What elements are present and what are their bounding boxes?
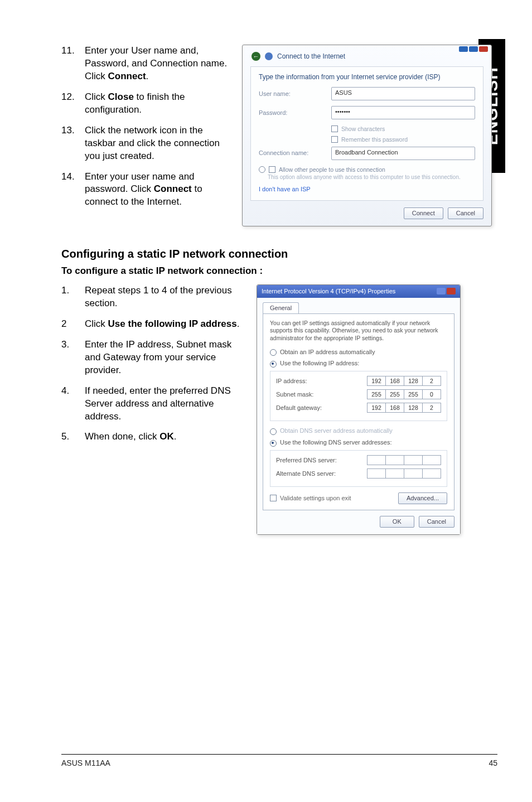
steps-static: 1.Repeat steps 1 to 4 of the previous se…: [61, 284, 245, 443]
dialog-description: You can get IP settings assigned automat…: [270, 320, 447, 342]
alternate-dns-input[interactable]: [367, 468, 441, 479]
dns-group: Preferred DNS server: Alternate DNS serv…: [270, 450, 447, 487]
step-item: 12.Click Close to finish the configurati…: [61, 91, 229, 117]
allow-others-description: This option allows anyone with access to…: [268, 173, 475, 181]
connect-button[interactable]: Connect: [404, 207, 443, 219]
show-characters-label: Show characters: [341, 125, 385, 133]
ip-segment[interactable]: 192: [367, 403, 385, 413]
ok-button[interactable]: OK: [380, 516, 414, 528]
step-item: 14.Enter your user name and password. Cl…: [61, 171, 229, 209]
user-name-label: User name:: [259, 90, 326, 98]
tab-general[interactable]: General: [263, 302, 299, 313]
close-icon[interactable]: [447, 288, 456, 294]
connection-name-input[interactable]: Broadband Connection: [331, 147, 475, 160]
step-text: Enter your User name and, Password, and …: [85, 45, 229, 83]
ip-segment[interactable]: [422, 468, 441, 479]
footer-page-number: 45: [489, 758, 497, 769]
step-item: 3.Enter the IP address, Subnet mask and …: [61, 339, 245, 377]
step-number: 5.: [61, 431, 85, 443]
step-item: 11.Enter your User name and, Password, a…: [61, 45, 229, 83]
window-controls: [459, 46, 488, 52]
step-text: Enter your user name and password. Click…: [85, 171, 229, 209]
step-item: 13.Click the network icon in the taskbar…: [61, 124, 229, 163]
ip-address-input[interactable]: 1921681282: [367, 376, 441, 386]
back-icon[interactable]: ←: [252, 52, 260, 61]
default-gateway-label: Default gateway:: [276, 404, 322, 412]
connection-name-label: Connection name:: [259, 149, 326, 157]
use-following-dns-radio[interactable]: [270, 440, 277, 447]
ip-segment[interactable]: 128: [404, 376, 422, 386]
ip-segment[interactable]: 0: [422, 389, 441, 399]
ip-segment[interactable]: 192: [367, 376, 385, 386]
ip-segment[interactable]: 168: [385, 403, 404, 413]
ip-segment[interactable]: [404, 468, 422, 479]
ip-segment[interactable]: [422, 455, 441, 465]
page-footer: ASUS M11AA 45: [61, 754, 497, 769]
steps-top: 11.Enter your User name and, Password, a…: [61, 45, 229, 209]
step-number: 14.: [61, 171, 85, 209]
obtain-ip-auto-radio[interactable]: [270, 349, 277, 356]
step-text: Repeat steps 1 to 4 of the previous sect…: [85, 284, 245, 310]
subnet-mask-input[interactable]: 2552552550: [367, 389, 441, 399]
preferred-dns-label: Preferred DNS server:: [276, 456, 337, 465]
ip-segment[interactable]: [367, 468, 385, 479]
ip-segment[interactable]: 255: [385, 389, 404, 399]
allow-others-radio[interactable]: [259, 166, 265, 173]
use-following-ip-radio[interactable]: [270, 361, 277, 368]
user-name-input[interactable]: ASUS: [331, 87, 475, 100]
ip-segment[interactable]: 255: [404, 389, 422, 399]
maximize-icon[interactable]: [469, 46, 478, 52]
step-text: When done, click OK.: [85, 431, 245, 443]
ip-segment[interactable]: [367, 455, 385, 465]
remember-password-checkbox[interactable]: [331, 136, 338, 143]
cancel-button[interactable]: Cancel: [448, 207, 483, 219]
ipv4-properties-dialog: Internet Protocol Version 4 (TCP/IPv4) P…: [257, 284, 461, 535]
ip-address-label: IP address:: [276, 377, 307, 385]
ip-segment[interactable]: [385, 468, 404, 479]
preferred-dns-input[interactable]: [367, 455, 441, 465]
allow-others-checkbox[interactable]: [269, 166, 275, 173]
step-number: 11.: [61, 45, 85, 83]
advanced-button[interactable]: Advanced...: [398, 492, 447, 504]
wizard-title: Connect to the Internet: [277, 52, 345, 61]
footer-product: ASUS M11AA: [61, 758, 110, 769]
use-following-ip-label: Use the following IP address:: [280, 359, 359, 368]
step-text: Enter the IP address, Subnet mask and Ga…: [85, 339, 245, 377]
validate-settings-checkbox[interactable]: [270, 495, 277, 501]
obtain-ip-auto-label: Obtain an IP address automatically: [280, 348, 375, 356]
ip-segment[interactable]: [385, 455, 404, 465]
close-icon[interactable]: [479, 46, 488, 52]
ip-segment[interactable]: 2: [422, 376, 441, 386]
no-isp-link[interactable]: I don't have an ISP: [259, 185, 475, 194]
allow-others-label: Allow other people to use this connectio…: [279, 166, 385, 173]
step-text: Click the network icon in the taskbar an…: [85, 124, 229, 163]
minimize-icon[interactable]: [459, 46, 468, 52]
wizard-instruction: Type the information from your Internet …: [259, 73, 475, 81]
step-item: 2Click Use the following IP address.: [61, 318, 245, 331]
ip-segment[interactable]: 168: [385, 376, 404, 386]
step-text: Click Use the following IP address.: [85, 318, 245, 331]
validate-settings-label: Validate settings upon exit: [280, 494, 351, 503]
subnet-mask-label: Subnet mask:: [276, 390, 313, 399]
step-number: 1.: [61, 284, 85, 310]
ip-segment[interactable]: 128: [404, 403, 422, 413]
step-number: 3.: [61, 339, 85, 377]
help-icon[interactable]: [437, 288, 446, 294]
default-gateway-input[interactable]: 1921681282: [367, 403, 441, 413]
obtain-dns-auto-radio[interactable]: [270, 428, 277, 435]
show-characters-checkbox[interactable]: [331, 125, 338, 132]
password-input[interactable]: •••••••: [331, 106, 475, 119]
section-heading: Configuring a static IP network connecti…: [61, 247, 463, 262]
ip-segment[interactable]: 2: [422, 403, 441, 413]
use-following-dns-label: Use the following DNS server addresses:: [280, 438, 392, 447]
step-text: Click Close to finish the configuration.: [85, 91, 229, 117]
ip-segment[interactable]: 255: [367, 389, 385, 399]
ip-segment[interactable]: [404, 455, 422, 465]
step-item: 5.When done, click OK.: [61, 431, 245, 443]
obtain-dns-auto-label: Obtain DNS server address automatically: [280, 427, 393, 435]
password-label: Password:: [259, 109, 326, 117]
remember-password-label: Remember this password: [341, 136, 408, 143]
ip-group: IP address:1921681282 Subnet mask:255255…: [270, 371, 447, 421]
cancel-button[interactable]: Cancel: [419, 516, 454, 528]
page-content: 11.Enter your User name and, Password, a…: [61, 45, 463, 535]
